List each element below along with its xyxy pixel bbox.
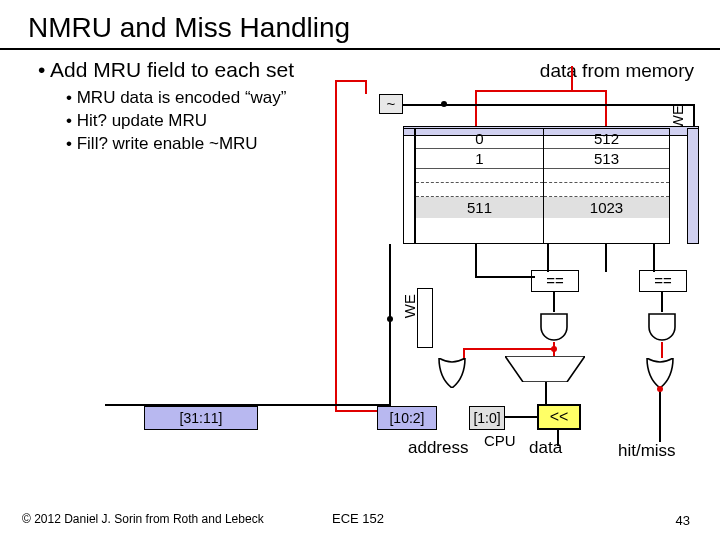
copyright: © 2012 Daniel J. Sorin from Roth and Leb… xyxy=(22,512,264,526)
wire xyxy=(545,382,547,406)
we-mid-label: WE xyxy=(401,294,418,318)
data-label: data xyxy=(529,438,562,458)
table-cell-dotted xyxy=(416,169,543,183)
wire xyxy=(605,244,607,272)
wire-red xyxy=(463,348,555,350)
wire-red xyxy=(335,80,337,412)
or-gate-1 xyxy=(435,358,469,388)
wire xyxy=(475,276,535,278)
table-col-a: 0 1 511 xyxy=(415,128,543,244)
wire xyxy=(661,292,663,312)
wire-red xyxy=(475,90,477,130)
or-gate-2 xyxy=(643,358,677,388)
wire xyxy=(475,244,477,276)
addr-bits-lo: [1:0] xyxy=(469,406,505,430)
dot-icon xyxy=(441,101,447,107)
dot-icon xyxy=(387,316,393,322)
tilde-box: ~ xyxy=(379,94,403,114)
comparator-2: == xyxy=(639,270,687,292)
wire-red xyxy=(475,90,573,92)
wire xyxy=(547,244,549,272)
comparator-1: == xyxy=(531,270,579,292)
table-cell: 512 xyxy=(544,129,669,149)
table-cell-dotted xyxy=(416,183,543,197)
and-gate-1 xyxy=(539,312,569,342)
wire xyxy=(693,104,695,128)
table-cell: 511 xyxy=(416,197,543,218)
and-gate-2 xyxy=(647,312,677,342)
table-right-pillar xyxy=(687,128,699,244)
wire xyxy=(659,388,661,442)
dot-red-icon xyxy=(657,386,663,392)
table-cell: 513 xyxy=(544,149,669,169)
addr-bits-mid: [10:2] xyxy=(377,406,437,430)
table-col-b: 512 513 1023 xyxy=(543,128,670,244)
wire-red xyxy=(571,90,607,92)
address-label: address xyxy=(408,438,468,458)
page-number: 43 xyxy=(676,513,690,528)
table-cell: 1023 xyxy=(544,197,669,218)
hitmiss-label: hit/miss xyxy=(618,441,676,461)
table-cell-dotted xyxy=(544,183,669,197)
we-rect xyxy=(417,288,433,348)
table-cell: 1 xyxy=(416,149,543,169)
slide-title: NMRU and Miss Handling xyxy=(28,12,692,44)
diagram-area: ~ WE WE 0 1 511 512 513 xyxy=(355,94,695,434)
table-left-pillar xyxy=(403,128,415,244)
wire xyxy=(553,292,555,312)
mux-trapezoid xyxy=(505,356,585,382)
course-code: ECE 152 xyxy=(332,511,384,526)
addr-bits-hi: [31:11] xyxy=(144,406,258,430)
table-cell-dotted xyxy=(544,169,669,183)
wire-red xyxy=(605,90,607,130)
wire-red xyxy=(661,342,663,358)
title-underline xyxy=(0,48,720,50)
cache-table: 0 1 511 512 513 1023 xyxy=(415,128,685,244)
shifter-box: << xyxy=(537,404,581,430)
wire xyxy=(389,244,391,424)
cpu-label: CPU xyxy=(484,432,516,449)
wire xyxy=(653,244,655,272)
wire-red xyxy=(335,80,367,82)
wire-red xyxy=(365,80,367,94)
data-from-memory-label: data from memory xyxy=(540,60,694,82)
wire-red xyxy=(571,66,573,92)
table-cell: 0 xyxy=(416,129,543,149)
